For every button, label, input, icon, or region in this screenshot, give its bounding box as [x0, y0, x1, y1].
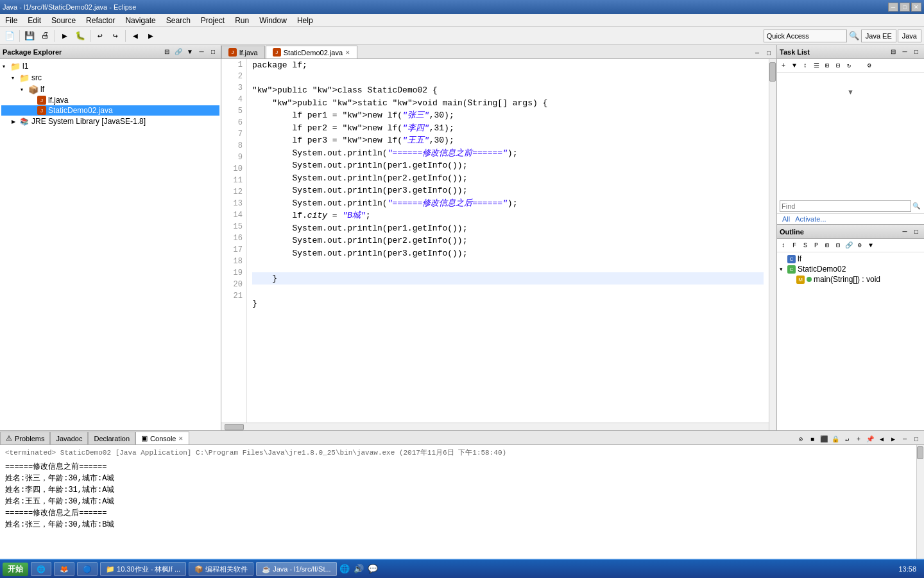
menu-item-edit[interactable]: Edit — [22, 15, 46, 26]
tab-close-icon[interactable]: ✕ — [345, 49, 350, 56]
menu-item-project[interactable]: Project — [196, 15, 230, 26]
outline-maximize-button[interactable]: □ — [911, 227, 921, 237]
task-expand-button[interactable]: ⊞ — [822, 60, 832, 71]
console-clear-button[interactable]: ⊘ — [796, 434, 806, 444]
console-scrollbar[interactable] — [916, 445, 924, 559]
console-new-button[interactable]: + — [853, 434, 864, 444]
close-button[interactable]: ✕ — [911, 3, 921, 12]
menu-item-source[interactable]: Source — [46, 15, 81, 26]
outline-sort-button[interactable]: ↕ — [778, 240, 789, 250]
task-activate-label[interactable]: Activate... — [795, 215, 826, 223]
quick-access-input[interactable] — [764, 30, 847, 42]
console-scroll-lock-button[interactable]: 🔒 — [830, 434, 841, 444]
tree-item-jre-system-library-[javase-1.8][interactable]: ▶📚JRE System Library [JavaSE-1.8] — [1, 116, 219, 127]
taskbar-item-chrome[interactable]: 🔵 — [77, 562, 98, 576]
tree-item-lf.java[interactable]: Jlf.java — [1, 95, 219, 105]
minimize-panel-button[interactable]: ─ — [196, 47, 207, 57]
task-collapse-button[interactable]: ⊟ — [888, 47, 898, 57]
taskbar-item-ie[interactable]: 🌐 — [31, 562, 51, 576]
console-close-icon[interactable]: ✕ — [178, 435, 184, 442]
menu-item-navigate[interactable]: Navigate — [120, 15, 160, 26]
new-button[interactable]: 📄 — [3, 29, 17, 43]
tree-item-src[interactable]: ▾📁src — [1, 72, 219, 83]
task-group-button[interactable]: ☰ — [811, 60, 821, 71]
vertical-scrollbar[interactable] — [769, 59, 776, 430]
console-scrollbar-thumb[interactable] — [917, 446, 923, 459]
debug-button[interactable]: 🐛 — [73, 29, 87, 43]
undo-button[interactable]: ↩ — [93, 29, 107, 43]
tree-item-lf[interactable]: ▾📦lf — [1, 83, 219, 95]
tab-staticdemo02-java[interactable]: J StaticDemo02.java ✕ — [266, 46, 357, 58]
taskbar-item-firefox[interactable]: 🦊 — [54, 562, 74, 576]
h-scrollbar-thumb[interactable] — [225, 424, 244, 430]
task-all-label[interactable]: All — [782, 215, 790, 223]
console-pin-button[interactable]: 📌 — [865, 434, 875, 444]
task-collapse2-button[interactable]: ⊟ — [833, 60, 843, 71]
print-button[interactable]: 🖨 — [38, 29, 52, 43]
console-terminate-button[interactable]: ⬛ — [819, 434, 829, 444]
outline-hide-fields-button[interactable]: F — [789, 240, 800, 250]
tab-javadoc[interactable]: Javadoc — [50, 432, 88, 444]
console-minimize-button[interactable]: ─ — [900, 434, 910, 444]
outline-hide-static-button[interactable]: S — [800, 240, 810, 250]
outline-expand-button[interactable]: ⊞ — [822, 240, 832, 250]
console-next-button[interactable]: ▶ — [888, 434, 898, 444]
horizontal-scrollbar[interactable] — [221, 423, 769, 430]
console-word-wrap-button[interactable]: ↵ — [842, 434, 852, 444]
tab-problems[interactable]: ⚠ Problems — [0, 432, 50, 444]
tab-console[interactable]: ▣ Console ✕ — [135, 432, 189, 444]
save-button[interactable]: 💾 — [22, 29, 37, 43]
task-refresh-button[interactable]: ↻ — [844, 60, 854, 71]
tab-lf-java[interactable]: J lf.java — [221, 46, 265, 58]
menu-item-refactor[interactable]: Refactor — [81, 15, 120, 26]
code-editor[interactable]: 123456789101112131415161718192021 packag… — [221, 59, 769, 423]
taskbar-item-software[interactable]: 📦 编程相关软件 — [189, 562, 253, 576]
maximize-panel-button[interactable]: □ — [208, 47, 218, 57]
menu-item-help[interactable]: Help — [292, 15, 318, 26]
java-ee-button[interactable]: Java EE — [861, 30, 896, 42]
task-filter-button[interactable]: ▼ — [789, 60, 800, 71]
task-find-button[interactable]: 🔍 — [911, 201, 921, 211]
menu-item-run[interactable]: Run — [230, 15, 254, 26]
outline-item-main-string[]----void[interactable]: Mmain(String[]) : void — [778, 274, 923, 285]
outline-item-staticdemo02[interactable]: ▾CStaticDemo02 — [778, 264, 923, 274]
run-button[interactable]: ▶ — [58, 29, 72, 43]
redo-button[interactable]: ↪ — [108, 29, 123, 43]
outline-settings-button[interactable]: ⚙ — [855, 240, 865, 250]
editor-maximize-button[interactable]: □ — [764, 48, 774, 58]
search-icon[interactable]: 🔍 — [847, 29, 861, 43]
task-find-input[interactable] — [780, 200, 911, 212]
taskbar-item-homework[interactable]: 📁 10.30作业 - 林枫lf ... — [100, 562, 186, 576]
tree-item-l1[interactable]: ▾📁l1 — [1, 60, 219, 72]
java-button[interactable]: Java — [898, 30, 921, 42]
next-button[interactable]: ◀ — [128, 29, 142, 43]
tree-item-staticdemo02.java[interactable]: JStaticDemo02.java — [1, 105, 219, 116]
outline-item-lf[interactable]: Clf — [778, 254, 923, 264]
collapse-all-button[interactable]: ⊟ — [162, 47, 172, 57]
code-content[interactable]: package lf; "kw">public "kw">class Stati… — [247, 59, 769, 423]
taskbar-item-eclipse[interactable]: ☕ Java - l1/src/lf/St... — [256, 562, 337, 576]
menu-item-file[interactable]: File — [0, 15, 22, 26]
outline-hide-nonpublic-button[interactable]: P — [811, 240, 821, 250]
task-settings-button[interactable]: ⚙ — [864, 60, 875, 71]
task-minimize-button[interactable]: ─ — [900, 47, 910, 57]
task-new-button[interactable]: + — [778, 60, 789, 71]
console-maximize-button[interactable]: □ — [911, 434, 921, 444]
maximize-button[interactable]: □ — [900, 3, 910, 12]
task-maximize-button[interactable]: □ — [911, 47, 921, 57]
view-menu-button[interactable]: ▼ — [185, 47, 195, 57]
editor-minimize-button[interactable]: ─ — [752, 48, 762, 58]
link-editor-button[interactable]: 🔗 — [173, 47, 184, 57]
console-stop-button[interactable]: ■ — [807, 434, 817, 444]
outline-collapse-button[interactable]: ⊟ — [833, 240, 843, 250]
outline-link-button[interactable]: 🔗 — [844, 240, 854, 250]
menu-item-search[interactable]: Search — [161, 15, 196, 26]
outline-viewmenu-button[interactable]: ▼ — [866, 240, 876, 250]
minimize-button[interactable]: ─ — [888, 3, 898, 12]
prev-button[interactable]: ▶ — [144, 29, 158, 43]
v-scrollbar-thumb[interactable] — [769, 62, 776, 82]
outline-minimize-button[interactable]: ─ — [900, 227, 910, 237]
start-button[interactable]: 开始 — [3, 563, 28, 576]
menu-item-window[interactable]: Window — [254, 15, 292, 26]
task-sort-button[interactable]: ↕ — [800, 60, 810, 71]
